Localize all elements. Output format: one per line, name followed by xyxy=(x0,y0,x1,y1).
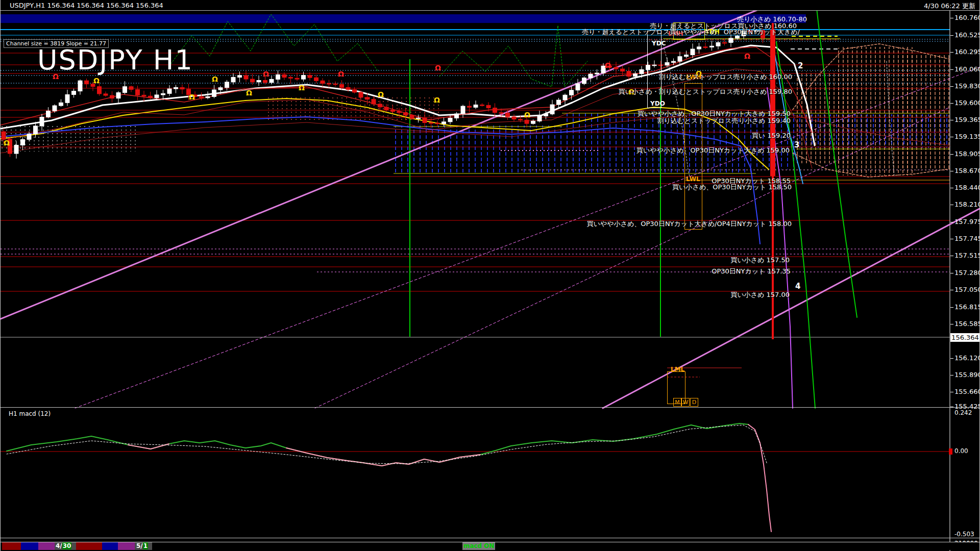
candle xyxy=(589,74,593,78)
candle xyxy=(149,96,153,98)
candle xyxy=(308,76,312,78)
candle xyxy=(2,132,6,139)
candle xyxy=(544,114,548,116)
watermark-symbol-title: USDJPY H1 xyxy=(37,44,193,76)
price-axis-label[interactable]: 160.760 xyxy=(954,14,980,21)
timeline-segment xyxy=(76,542,102,550)
timeframe-box: D xyxy=(690,398,698,407)
candle xyxy=(723,42,727,43)
price-axis-label[interactable]: 158.210 xyxy=(954,201,980,208)
candle xyxy=(340,84,344,87)
wave-count-digit: 4 xyxy=(795,282,800,291)
candle xyxy=(244,76,248,79)
timeline-segment xyxy=(152,542,950,550)
price-axis-label[interactable]: 157.515 xyxy=(954,252,980,259)
signal-marker-yellow: Ω xyxy=(299,84,305,91)
candle xyxy=(461,106,465,114)
level-tag-lwl: LWL xyxy=(686,176,700,183)
macd-line-pink-crash xyxy=(748,424,771,532)
price-annotation: 買いやや小さめ、OP30日NYカット大きめ/OP4日NYカット 158.00 xyxy=(587,220,792,228)
candle xyxy=(251,79,255,82)
candle xyxy=(703,47,707,48)
candle xyxy=(493,108,497,113)
price-axis-label[interactable]: 156.585 xyxy=(954,320,980,328)
candle xyxy=(14,145,18,154)
price-axis-tickmark xyxy=(950,205,953,205)
candle xyxy=(442,122,446,124)
candle xyxy=(321,81,325,83)
candle xyxy=(276,74,280,79)
candle xyxy=(627,71,631,77)
range-box xyxy=(684,83,702,230)
signal-marker-red: Ω xyxy=(338,70,344,78)
candle xyxy=(391,110,395,111)
candle xyxy=(200,96,204,98)
price-axis-tickmark xyxy=(950,35,953,36)
candle xyxy=(282,74,286,77)
macd-line-green xyxy=(7,423,748,466)
candle xyxy=(557,100,561,105)
price-annotation: 買い小さめ・割り込むとストップロス売り小さめ 159.80 xyxy=(619,88,792,95)
candle xyxy=(697,47,701,49)
candle xyxy=(257,81,261,82)
candle xyxy=(595,73,599,74)
price-axis-tickmark xyxy=(950,307,953,308)
price-axis-tickmark xyxy=(950,171,953,171)
macd-axis-label: 0.00 xyxy=(954,447,968,455)
price-axis-tickmark xyxy=(950,103,953,104)
price-axis-label[interactable]: 155.890 xyxy=(954,371,980,379)
price-axis-label[interactable]: 157.280 xyxy=(954,269,980,277)
candle xyxy=(468,106,472,107)
price-axis-tickmark xyxy=(950,239,953,239)
candle xyxy=(65,94,69,103)
candle xyxy=(474,105,478,107)
candle xyxy=(691,49,695,55)
candle xyxy=(570,90,574,95)
candle xyxy=(423,118,427,122)
candle xyxy=(684,55,689,57)
price-axis-tickmark xyxy=(950,324,953,324)
price-axis-label[interactable]: 160.295 xyxy=(954,48,980,56)
ichimoku-cloud xyxy=(1,124,137,152)
candle xyxy=(212,90,216,96)
candle xyxy=(123,87,127,93)
price-axis-tickmark xyxy=(950,52,953,53)
candle xyxy=(59,103,63,106)
price-axis-label[interactable]: 160.525 xyxy=(954,31,980,39)
candle xyxy=(378,104,382,107)
price-axis-label[interactable]: 156.120 xyxy=(954,354,980,362)
price-axis-label[interactable]: 159.600 xyxy=(954,99,980,107)
title-bar: USDJPY,H1 156.364 156.364 156.364 156.36… xyxy=(1,0,980,11)
price-axis-label[interactable]: 159.365 xyxy=(954,116,980,123)
price-axis-label[interactable]: 158.440 xyxy=(954,184,980,191)
price-axis-tickmark xyxy=(950,256,953,256)
candle xyxy=(21,139,25,145)
price-axis-label[interactable]: 159.830 xyxy=(954,82,980,90)
candle xyxy=(174,87,178,89)
candle xyxy=(397,111,401,112)
price-axis-label[interactable]: 160.060 xyxy=(954,65,980,73)
candle xyxy=(167,89,172,93)
price-axis-label[interactable]: 157.745 xyxy=(954,235,980,242)
candle xyxy=(78,81,82,91)
candle xyxy=(506,113,510,117)
price-axis-label[interactable]: 159.135 xyxy=(954,133,980,140)
price-axis-label[interactable]: 158.905 xyxy=(954,150,980,158)
chart-canvas[interactable] xyxy=(1,0,980,551)
price-axis-tickmark xyxy=(950,222,953,222)
price-axis-label[interactable]: 157.975 xyxy=(954,218,980,226)
timeline-segment xyxy=(102,542,118,550)
candle xyxy=(563,95,567,100)
signal-marker-yellow: Ω xyxy=(524,111,530,118)
price-axis-label[interactable]: 156.815 xyxy=(954,303,980,311)
price-axis-tickmark xyxy=(950,358,953,359)
price-axis-label[interactable]: 155.660 xyxy=(954,388,980,395)
price-axis-label[interactable]: 158.670 xyxy=(954,167,980,174)
macd-toggle-button[interactable]: macd ON xyxy=(462,542,495,550)
timeframe-box: M xyxy=(673,398,681,407)
candle xyxy=(155,95,159,98)
candle xyxy=(27,134,31,139)
price-axis-label[interactable]: 157.050 xyxy=(954,286,980,293)
candle xyxy=(365,97,370,99)
price-annotation: 買いやや小さめ、OP30日NYカット大きめ 159.50 xyxy=(638,110,791,117)
